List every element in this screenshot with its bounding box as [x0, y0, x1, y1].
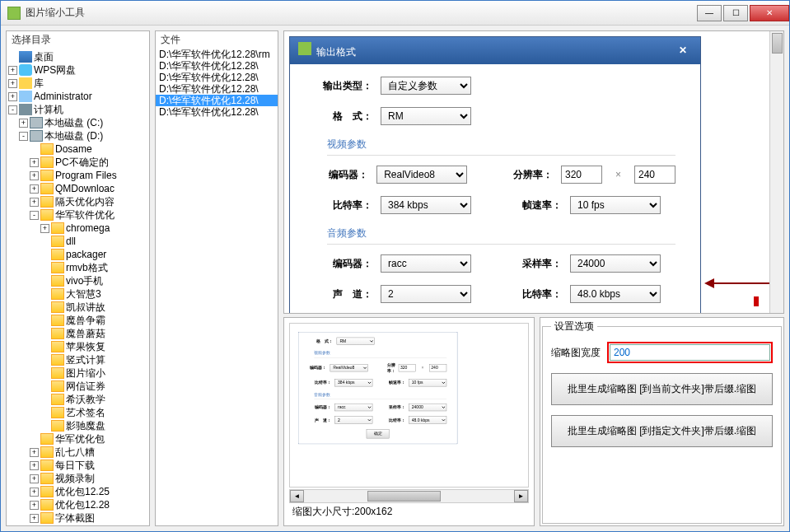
tree-folder[interactable]: -华军软件优化: [8, 208, 147, 222]
expand-icon[interactable]: +: [30, 184, 39, 194]
folder-icon: [40, 433, 54, 445]
tree-folder[interactable]: vivo手机: [8, 274, 147, 287]
file-item[interactable]: D:\华军软件优化12.28\rm: [156, 49, 278, 60]
audio-encoder-label: 编码器：: [315, 257, 372, 271]
tree-folder[interactable]: +chromega: [8, 222, 147, 235]
generate-specified-folder-button[interactable]: 批里生成缩略图 [到指定文件夹]带后缀.缩图: [551, 415, 773, 447]
expand-icon[interactable]: +: [8, 66, 17, 75]
tree-folder[interactable]: +字体截图: [8, 511, 147, 525]
audio-bitrate-select[interactable]: 48.0 kbps: [570, 285, 661, 303]
file-item[interactable]: D:\华军软件优化12.28\: [156, 106, 278, 118]
format-select[interactable]: RM: [381, 107, 471, 125]
file-item[interactable]: D:\华军软件优化12.28\: [156, 72, 278, 83]
scrollbar-thumb[interactable]: [772, 33, 783, 54]
thumb-width-input[interactable]: [610, 344, 770, 361]
directory-tree[interactable]: 桌面 +WPS网盘 +库 +Administrator -计算机 +本地磁盘 (…: [7, 49, 149, 525]
tree-folder[interactable]: 竖式计算: [8, 353, 147, 366]
scroll-left-button[interactable]: ◄: [290, 490, 304, 502]
window-controls: — ☐ ✕: [695, 5, 789, 21]
sample-rate-select[interactable]: 24000: [570, 254, 661, 273]
tree-folder[interactable]: 魔兽争霸: [8, 314, 147, 327]
tree-folder[interactable]: +隔天优化内容: [8, 195, 147, 208]
expand-icon[interactable]: +: [8, 79, 17, 88]
expand-icon[interactable]: +: [19, 119, 28, 128]
video-section-label: 视频参数: [327, 138, 675, 156]
minimize-button[interactable]: —: [697, 5, 722, 21]
video-bitrate-select[interactable]: 384 kbps: [381, 196, 471, 214]
dialog-body: 输出类型： 自定义参数 格 式： RM 视频参数 编码器： RealVideo8: [290, 64, 700, 314]
library-icon: [19, 77, 32, 89]
tree-folder[interactable]: Dosame: [8, 142, 147, 156]
expand-icon[interactable]: +: [30, 448, 39, 457]
file-item[interactable]: D:\华军软件优化12.28\: [156, 83, 278, 95]
tree-folder[interactable]: 图片缩小: [8, 366, 147, 380]
format-label: 格 式：: [315, 110, 372, 124]
tree-drive-c[interactable]: 本地磁盘 (C:): [44, 116, 103, 129]
folder-icon: [40, 143, 54, 155]
dialog-titlebar: 输出格式 ✕: [290, 37, 700, 64]
expand-icon[interactable]: +: [40, 224, 49, 233]
tree-folder[interactable]: 苹果恢复: [8, 340, 147, 353]
tree-folder[interactable]: 艺术签名: [8, 406, 147, 419]
tree-header: 选择目录: [7, 31, 149, 49]
tree-folder[interactable]: +PC不确定的: [8, 156, 147, 169]
expand-icon[interactable]: +: [30, 501, 39, 510]
annotation-marker-icon: [754, 296, 759, 306]
tree-folder[interactable]: +优化包12.25: [8, 485, 147, 498]
dialog-close-icon[interactable]: ✕: [679, 44, 692, 58]
tree-admin[interactable]: Administrator: [34, 90, 92, 103]
collapse-icon[interactable]: -: [30, 211, 39, 220]
file-list[interactable]: D:\华军软件优化12.28\rmD:\华军软件优化12.28\D:\华军软件优…: [156, 49, 278, 525]
expand-icon[interactable]: +: [30, 514, 39, 523]
tree-folder[interactable]: 魔兽蘑菇: [8, 327, 147, 340]
vertical-scrollbar[interactable]: [769, 31, 783, 313]
tree-folder[interactable]: +乱七八糟: [8, 446, 147, 459]
expand-icon[interactable]: +: [30, 461, 39, 470]
fps-select[interactable]: 10 fps: [570, 196, 661, 214]
tree-folder[interactable]: 网信证券: [8, 380, 147, 393]
thumbnail-preview-panel: 格 式：RM 视频参数 编码器：RealVideo8分辨率：× 比特率：384 …: [283, 317, 535, 526]
tree-lib[interactable]: 库: [34, 77, 44, 90]
res-width-input[interactable]: [561, 166, 602, 184]
expand-icon[interactable]: +: [30, 488, 39, 497]
expand-icon[interactable]: +: [30, 158, 39, 167]
horizontal-scrollbar[interactable]: ◄ ►: [289, 489, 529, 503]
video-encoder-label: 编码器：: [315, 168, 368, 182]
tree-folder[interactable]: dll: [8, 235, 147, 248]
expand-icon[interactable]: +: [30, 171, 39, 180]
close-button[interactable]: ✕: [750, 5, 789, 21]
collapse-icon[interactable]: -: [19, 132, 28, 141]
generate-current-folder-button[interactable]: 批里生成缩略图 [到当前文件夹]带后缀.缩图: [551, 373, 773, 405]
tree-folder[interactable]: packager: [8, 248, 147, 261]
folder-icon: [51, 367, 64, 379]
audio-encoder-select[interactable]: racc: [381, 254, 471, 273]
tree-folder[interactable]: +优化包12.28: [8, 498, 147, 511]
tree-drive-d[interactable]: 本地磁盘 (D:): [44, 129, 103, 142]
collapse-icon[interactable]: -: [8, 105, 17, 114]
expand-icon[interactable]: +: [30, 198, 39, 207]
tree-folder[interactable]: +每日下载: [8, 459, 147, 472]
scroll-right-button[interactable]: ►: [514, 490, 528, 502]
file-item[interactable]: D:\华军软件优化12.28\: [156, 60, 278, 72]
tree-folder[interactable]: 影驰魔盘: [8, 419, 147, 432]
tree-desktop[interactable]: 桌面: [34, 50, 54, 63]
channel-select[interactable]: 2: [381, 285, 471, 303]
tree-folder[interactable]: 希沃教学: [8, 393, 147, 406]
res-height-input[interactable]: [634, 166, 675, 184]
output-type-select[interactable]: 自定义参数: [381, 77, 471, 95]
tree-computer[interactable]: 计算机: [34, 103, 63, 116]
file-item[interactable]: D:\华军软件优化12.28\: [156, 95, 278, 106]
tree-folder[interactable]: rmvb格式: [8, 261, 147, 274]
tree-folder[interactable]: 凯叔讲故: [8, 301, 147, 314]
expand-icon[interactable]: +: [30, 474, 39, 483]
tree-folder[interactable]: +Program Files: [8, 169, 147, 182]
tree-folder[interactable]: 大智慧3: [8, 287, 147, 301]
tree-wps[interactable]: WPS网盘: [34, 63, 76, 77]
tree-folder[interactable]: 华军优化包: [8, 432, 147, 446]
tree-folder[interactable]: +QMDownloac: [8, 182, 147, 195]
tree-folder[interactable]: +视频录制: [8, 472, 147, 485]
scrollbar-thumb[interactable]: [367, 491, 441, 502]
maximize-button[interactable]: ☐: [723, 5, 748, 21]
expand-icon[interactable]: +: [8, 92, 17, 101]
video-encoder-select[interactable]: RealVideo8: [376, 166, 467, 184]
